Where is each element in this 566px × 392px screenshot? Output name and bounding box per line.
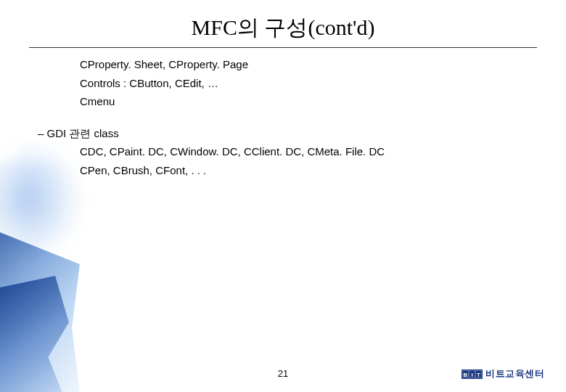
slide-title: MFC의 구성(cont'd) [0, 0, 566, 47]
logo-text: 비트교육센터 [485, 367, 544, 380]
page-number: 21 [278, 368, 288, 379]
content-line: CDC, CPaint. DC, CWindow. DC, CClient. D… [80, 142, 522, 161]
content-line: Cmenu [80, 92, 522, 111]
logo-letter: B [462, 370, 469, 378]
footer-logo: B I T 비트교육센터 [462, 367, 544, 380]
content-line: Controls : CButton, CEdit, … [80, 74, 522, 93]
content-line: CPen, CBrush, CFont, . . . [80, 161, 522, 180]
content-line: CProperty. Sheet, CProperty. Page [80, 55, 522, 74]
slide-content: MFC의 구성(cont'd) CProperty. Sheet, CPrope… [0, 0, 566, 392]
logo-box-icon: B I T [462, 369, 483, 379]
logo-letter: I [469, 370, 475, 378]
section-header: – GDI 관련 class [38, 124, 522, 143]
logo-letter: T [475, 370, 482, 378]
body-text: CProperty. Sheet, CProperty. Page Contro… [0, 48, 566, 179]
